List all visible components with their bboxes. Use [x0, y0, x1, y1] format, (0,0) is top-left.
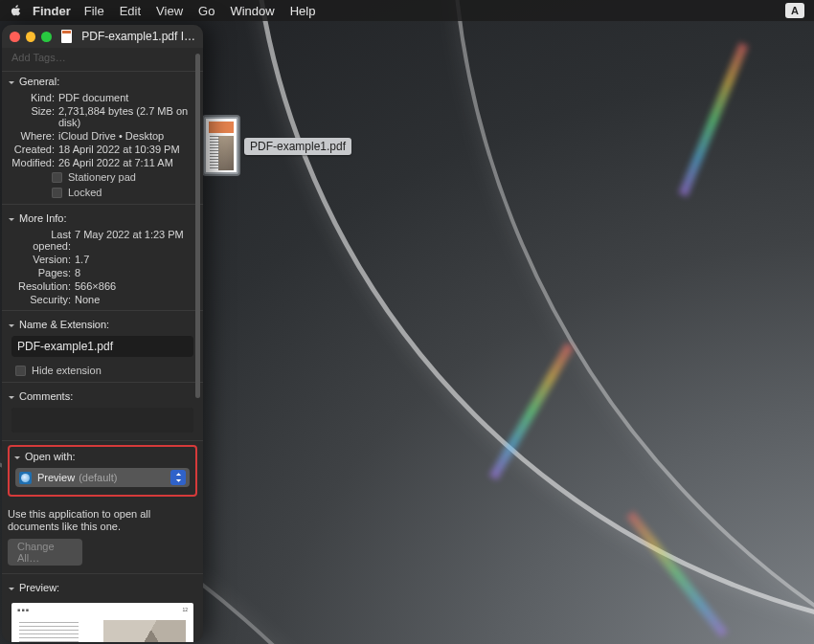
- section-open-with[interactable]: Open with:: [13, 451, 192, 464]
- locked-checkbox[interactable]: Locked: [2, 185, 203, 200]
- menu-edit[interactable]: Edit: [120, 4, 141, 18]
- last-opened-value: 7 May 2022 at 1:23 PM: [75, 229, 193, 252]
- change-all-button[interactable]: Change All…: [8, 539, 82, 566]
- menubar-app-name[interactable]: Finder: [33, 4, 71, 18]
- chevron-down-icon: [8, 392, 15, 400]
- window-title: PDF-example1.pdf Info: [81, 30, 195, 43]
- kind-value: PDF document: [58, 92, 193, 103]
- created-value: 18 April 2022 at 10:39 PM: [58, 144, 193, 155]
- chevron-down-icon: [8, 584, 15, 591]
- filename-input[interactable]: PDF-example1.pdf: [11, 336, 193, 357]
- section-more-info[interactable]: More Info:: [2, 209, 203, 228]
- resolution-value: 566×866: [75, 280, 193, 292]
- preview-thumbnail: ■ ■ ■12 Building environment information…: [11, 603, 193, 642]
- menu-file[interactable]: File: [84, 4, 104, 18]
- open-with-default-tag: (default): [79, 472, 117, 483]
- window-zoom-button[interactable]: [41, 32, 52, 42]
- section-name-extension[interactable]: Name & Extension:: [2, 315, 203, 334]
- section-preview[interactable]: Preview:: [2, 578, 203, 597]
- hide-extension-checkbox[interactable]: Hide extension: [2, 363, 203, 378]
- updown-arrows-icon: [170, 470, 186, 485]
- pages-value: 8: [75, 267, 193, 278]
- open-with-hint: Use this application to open all documen…: [2, 504, 203, 539]
- titlebar[interactable]: PDF-example1.pdf Info: [2, 25, 203, 48]
- size-value: 2,731,884 bytes (2.7 MB on disk): [58, 105, 193, 128]
- chevron-down-icon: [13, 453, 21, 460]
- section-general[interactable]: General:: [2, 72, 203, 91]
- title-doc-icon: [61, 30, 73, 43]
- where-value: iCloud Drive • Desktop: [58, 130, 193, 142]
- open-with-select[interactable]: Preview (default): [15, 468, 190, 487]
- comments-field[interactable]: [11, 408, 193, 433]
- info-scrollbar[interactable]: [195, 48, 200, 642]
- menu-view[interactable]: View: [156, 4, 183, 18]
- menu-go[interactable]: Go: [198, 4, 215, 18]
- modified-value: 26 April 2022 at 7:11 AM: [58, 157, 193, 168]
- version-value: 1.7: [75, 254, 193, 265]
- get-info-window: PDF-example1.pdf Info Add Tags… General:…: [2, 25, 203, 642]
- window-minimize-button[interactable]: [26, 32, 36, 42]
- window-close-button[interactable]: [10, 32, 20, 42]
- chevron-down-icon: [8, 78, 15, 85]
- stationery-pad-checkbox[interactable]: Stationery pad: [2, 169, 203, 185]
- open-with-region: Open with: Preview (default): [8, 445, 197, 497]
- input-source-indicator[interactable]: A: [785, 3, 804, 18]
- menu-help[interactable]: Help: [290, 4, 316, 18]
- preview-app-icon: [19, 472, 32, 484]
- file-label: PDF-example1.pdf: [244, 138, 351, 155]
- chevron-down-icon: [8, 321, 15, 328]
- section-comments[interactable]: Comments:: [2, 387, 203, 406]
- security-value: None: [75, 294, 193, 305]
- add-tags-field[interactable]: Add Tags…: [2, 48, 203, 72]
- desktop-file-pdf-example1[interactable]: PDF-example1.pdf: [204, 117, 328, 174]
- file-thumbnail-icon: [204, 117, 238, 174]
- open-with-app-name: Preview: [37, 472, 75, 483]
- apple-menu-icon[interactable]: [10, 4, 23, 17]
- chevron-down-icon: [8, 214, 15, 222]
- menubar: Finder File Edit View Go Window Help A: [0, 0, 814, 21]
- menu-window[interactable]: Window: [230, 4, 274, 18]
